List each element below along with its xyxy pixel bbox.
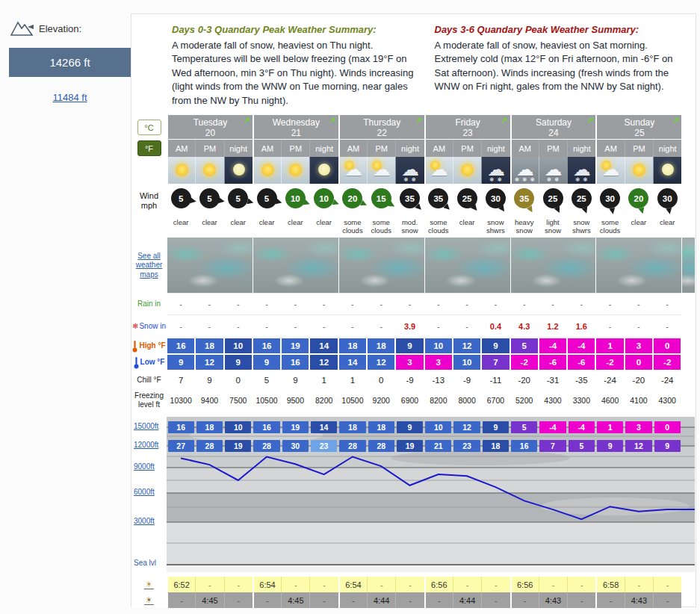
- snow-cell: 3.9: [395, 315, 424, 338]
- low-temp-cell: 16: [281, 354, 309, 370]
- day-header-wednesday[interactable]: Wednesday21↗: [253, 115, 338, 140]
- chill-cell: 9: [195, 370, 223, 390]
- wind-speed-badge: 25: [572, 188, 592, 208]
- snow-night-icon: ☁❄ ❄: [396, 158, 424, 183]
- elevation-sidebar: Elevation: 14266 ft 11484 ft: [0, 0, 131, 614]
- day-name: Saturday: [512, 117, 596, 128]
- temp-12000ft-cell: 23: [453, 440, 480, 452]
- celsius-toggle-button[interactable]: °C: [137, 120, 161, 135]
- weather-map-thumbnail-thursday[interactable]: [338, 238, 424, 293]
- weather-cell: ☁❄ ❄ ❄: [510, 157, 539, 184]
- snow-cell: -: [367, 315, 395, 338]
- temp-15000ft-cell: 16: [168, 421, 194, 433]
- low-temp-cell: -2: [653, 354, 681, 370]
- see-all-weather-maps-link[interactable]: See all weather maps: [131, 252, 167, 280]
- chill-cell: 0: [367, 370, 395, 390]
- day-header-friday[interactable]: Friday23↗: [424, 115, 510, 140]
- freezing-level-cell: 6900: [395, 390, 424, 411]
- day-date: 25: [597, 128, 681, 138]
- time-header-night: night: [567, 140, 595, 157]
- expand-day-icon[interactable]: ↗: [586, 116, 593, 125]
- snow-cell: -: [195, 315, 223, 338]
- high-temp-cell: 18: [338, 338, 367, 354]
- temp-12000ft-cell: 19: [397, 440, 423, 452]
- weather-map-thumbnail-tuesday[interactable]: [167, 238, 253, 293]
- low-temp-cell: -6: [539, 354, 567, 370]
- high-temp-cell: 1: [595, 338, 624, 354]
- time-header-am: AM: [595, 140, 624, 157]
- rain-cell: -: [653, 293, 681, 315]
- empty-cell: -: [481, 592, 509, 608]
- sunset-time-cell: 4:43: [539, 592, 567, 608]
- summit-elevation-button[interactable]: 14266 ft: [9, 48, 131, 77]
- condition-cell: some clouds: [338, 218, 367, 238]
- snow-cell: 0.4: [481, 315, 509, 338]
- expand-day-icon[interactable]: ↗: [329, 116, 336, 125]
- wind-speed-badge: 10: [285, 188, 306, 208]
- high-temp-cell: -4: [567, 338, 595, 354]
- weather-cell: [309, 157, 338, 184]
- rain-cell: -: [195, 293, 223, 315]
- expand-day-icon[interactable]: ↗: [672, 116, 679, 125]
- freezing-level-cell: 4600: [595, 390, 624, 411]
- wind-cell: 10: [281, 184, 309, 218]
- elevation-label-15000[interactable]: 15000ft: [134, 422, 158, 430]
- sun-day-icon: [282, 158, 309, 183]
- condition-cell: some clouds: [424, 218, 453, 238]
- weather-map-thumbnail-sunday[interactable]: [595, 238, 681, 293]
- day-header-tuesday[interactable]: Tuesday20↗: [167, 115, 253, 140]
- wind-direction-arrow-icon: [582, 207, 589, 214]
- sunset-row: ☀ -4:45--4:45--4:44--4:44--4:43--4:43-: [131, 592, 696, 608]
- time-header-am: AM: [510, 140, 539, 157]
- rain-cell: -: [167, 293, 195, 315]
- elevation-label-6000[interactable]: 6000ft: [134, 488, 155, 496]
- weather-map-thumbnail-saturday[interactable]: [510, 238, 596, 293]
- wind-direction-arrow-icon: [666, 208, 673, 214]
- day-header-saturday[interactable]: Saturday24↗: [510, 115, 596, 140]
- low-temp-cell: -6: [567, 354, 595, 370]
- elevation-label-12000[interactable]: 12000ft: [134, 441, 158, 449]
- empty-cell: -: [195, 577, 223, 592]
- snow-cell: -: [595, 315, 624, 338]
- condition-cell: clear: [309, 218, 338, 238]
- mid-elevation-link[interactable]: 11484 ft: [9, 92, 131, 103]
- condition-cell: snow shwrs: [567, 218, 595, 238]
- day-date: 21: [254, 128, 338, 138]
- weather-maps-row: See all weather maps: [131, 238, 696, 293]
- chill-cell: -35: [567, 370, 595, 390]
- temp-12000ft-cell: 9: [654, 440, 681, 452]
- elevation-label-9000[interactable]: 9000ft: [134, 462, 155, 471]
- elevation-label-3000[interactable]: 3000ft: [134, 517, 155, 525]
- empty-cell: -: [653, 592, 681, 608]
- wind-cell: 25: [539, 184, 567, 218]
- weather-map-thumbnail-wednesday[interactable]: [253, 238, 338, 293]
- temp-12000ft-cell: 28: [339, 440, 365, 452]
- fahrenheit-toggle-button[interactable]: °F: [137, 140, 161, 156]
- temp-12000ft-cell: 12: [625, 440, 651, 452]
- day-header-thursday[interactable]: Thursday22↗: [338, 115, 424, 140]
- weather-cell: [167, 157, 195, 184]
- sunrise-time-cell: 6:54: [338, 577, 367, 592]
- wind-speed-badge: 10: [314, 188, 334, 208]
- expand-day-icon[interactable]: ↗: [501, 116, 507, 125]
- condition-cell: clear: [195, 218, 223, 238]
- high-temp-cell: 19: [281, 338, 309, 354]
- temp-15000ft-cell: 1: [597, 421, 623, 433]
- temp-15000ft-cell: 16: [253, 421, 279, 433]
- freezing-level-cell: 9400: [195, 390, 223, 411]
- sunset-time-cell: 4:44: [367, 592, 395, 608]
- low-temp-cell: 12: [309, 354, 338, 370]
- weather-cell: [625, 157, 653, 184]
- day-name: Friday: [426, 117, 510, 128]
- chill-cell: 1: [338, 370, 367, 390]
- empty-cell: -: [539, 577, 567, 592]
- wind-speed-badge: 35: [428, 188, 448, 208]
- day-header-sunday[interactable]: Sunday25↗: [595, 115, 681, 140]
- chill-cell: 1: [309, 370, 338, 390]
- rain-cell: -: [253, 293, 281, 315]
- expand-day-icon[interactable]: ↗: [244, 116, 250, 125]
- weather-map-thumbnail-friday[interactable]: [424, 238, 510, 293]
- condition-row: clearclearclearclearclearclearsome cloud…: [131, 218, 696, 238]
- expand-day-icon[interactable]: ↗: [415, 116, 421, 125]
- temp-15000ft-cell: 14: [311, 421, 337, 433]
